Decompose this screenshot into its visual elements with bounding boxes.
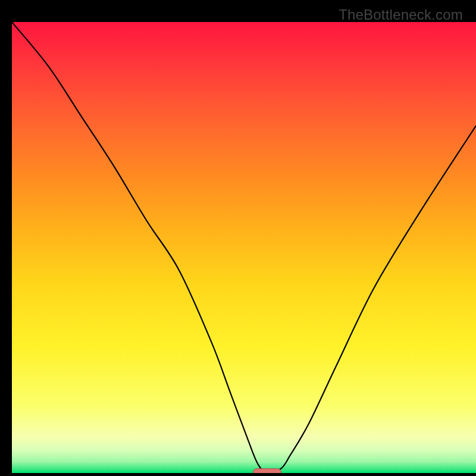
watermark-text: TheBottleneck.com — [339, 7, 463, 23]
plot-area — [12, 22, 476, 473]
chart-frame: TheBottleneck.com — [6, 3, 470, 473]
bottleneck-chart — [12, 22, 476, 473]
optimum-marker — [253, 469, 281, 473]
gradient-background — [12, 22, 476, 473]
